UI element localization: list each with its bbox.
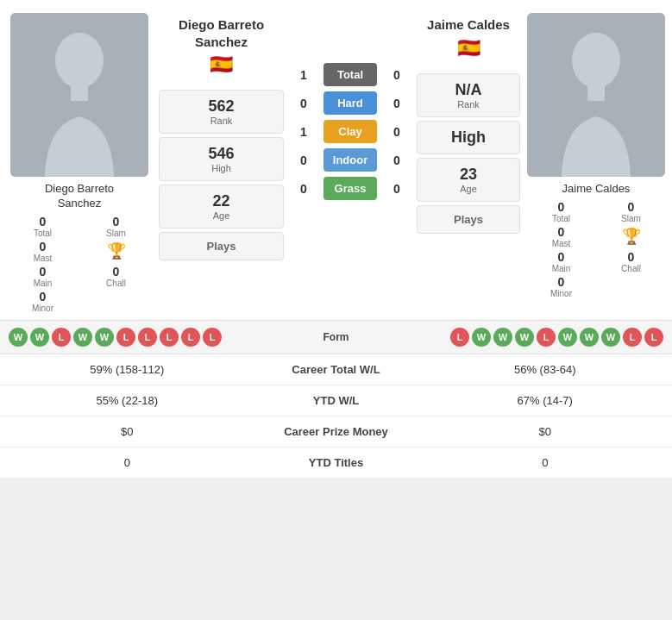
stats-right-2: $0 (431, 425, 660, 438)
right-total-stat: 0 Total (527, 200, 595, 223)
left-chall-stat: 0 Chall (80, 265, 152, 288)
left-header: Diego Barreto Sanchez 🇪🇸 (159, 13, 284, 86)
right-form-badge-6: W (580, 328, 599, 347)
stats-right-3: 0 (431, 456, 660, 469)
right-form-badge-8: L (623, 328, 642, 347)
right-trophy-center: 🏆 (597, 225, 665, 248)
left-form-badges: WWLWWLLLLL (9, 328, 297, 347)
left-player-name: Diego Barreto Sanchez (45, 182, 114, 211)
left-center-column: Diego Barreto Sanchez 🇪🇸 562 Rank 546 Hi… (159, 13, 284, 313)
svg-point-4 (572, 33, 620, 88)
form-section: WWLWWLLLLL Form LWWWLWWWLL (0, 320, 672, 354)
right-header: Jaime Caldes 🇪🇸 (417, 13, 520, 70)
right-main-stat: 0 Main (527, 250, 595, 273)
right-form-badge-3: W (515, 328, 534, 347)
right-form-badges: LWWWLWWWLL (376, 328, 664, 347)
right-player-title: Jaime Caldes (417, 16, 520, 34)
h2h-total-row: 1 Total 0 (291, 63, 410, 86)
right-form-badge-7: W (601, 328, 620, 347)
right-form-badge-5: W (558, 328, 577, 347)
left-form-badge-8: L (181, 328, 200, 347)
left-minor-stat: 0 Minor (7, 290, 79, 313)
right-player-name: Jaime Caldes (562, 182, 631, 197)
h2h-indoor-row: 0 Indoor 0 (291, 148, 410, 172)
left-form-badge-1: W (30, 328, 49, 347)
h2h-grass-row: 0 Grass 0 (291, 177, 410, 200)
stats-table: 59% (158-112)Career Total W/L56% (83-64)… (0, 354, 672, 478)
stats-left-1: 55% (22-18) (13, 394, 242, 407)
left-high-box: 546 High (159, 137, 284, 181)
left-main-stat: 0 Main (7, 265, 79, 288)
stats-right-0: 56% (83-64) (431, 363, 660, 376)
left-slam-stat: 0 Slam (80, 215, 152, 238)
right-minor-stat: 0 Minor (527, 275, 595, 298)
right-player-photo (527, 13, 665, 177)
left-form-badge-3: W (73, 328, 92, 347)
right-form-badge-9: L (644, 328, 663, 347)
top-section: Diego Barreto Sanchez 0 Total 0 Slam 0 M… (0, 0, 672, 320)
stats-row-1: 55% (22-18)YTD W/L67% (14-7) (0, 385, 672, 416)
right-high-box: High (417, 121, 520, 154)
right-player-stats: 0 Total 0 Slam 0 Mast 🏆 0 Main (527, 200, 665, 298)
left-silhouette (10, 13, 148, 177)
right-player-column: Jaime Caldes 0 Total 0 Slam 0 Mast 🏆 (527, 13, 665, 313)
left-form-badge-0: W (9, 328, 28, 347)
right-center-column: Jaime Caldes 🇪🇸 N/A Rank High 23 Age Pla… (417, 13, 520, 313)
left-total-stat: 0 Total (7, 215, 79, 238)
right-silhouette (527, 13, 665, 177)
left-form-badge-4: W (95, 328, 114, 347)
badge-grass: Grass (323, 177, 377, 200)
left-mast-stat: 0 Mast (7, 240, 79, 263)
badge-total: Total (323, 63, 377, 86)
right-trophy-icon: 🏆 (622, 227, 641, 246)
stats-row-3: 0YTD Titles0 (0, 448, 672, 478)
right-slam-stat: 0 Slam (597, 200, 665, 223)
stats-row-0: 59% (158-112)Career Total W/L56% (83-64) (0, 354, 672, 385)
right-form-badge-1: W (472, 328, 491, 347)
left-form-badge-6: L (138, 328, 157, 347)
middle-column: 1 Total 0 0 Hard 0 1 Clay 0 (291, 13, 410, 313)
badge-hard: Hard (323, 91, 377, 115)
stats-left-3: 0 (13, 456, 242, 469)
right-chall-stat: 0 Chall (597, 250, 665, 273)
right-form-badge-0: L (450, 328, 469, 347)
right-age-box: 23 Age (417, 158, 520, 202)
stats-left-0: 59% (158-112) (13, 363, 242, 376)
left-age-box: 22 Age (159, 185, 284, 229)
left-player-title: Diego Barreto Sanchez (159, 16, 284, 50)
left-player-column: Diego Barreto Sanchez 0 Total 0 Slam 0 M… (7, 13, 152, 313)
left-flag: 🇪🇸 (159, 53, 284, 76)
right-form-badge-4: L (537, 328, 556, 347)
left-player-stats: 0 Total 0 Slam 0 Mast 🏆 0 Main (7, 215, 152, 313)
right-mast-stat: 0 Mast (527, 225, 595, 248)
left-form-badge-7: L (160, 328, 179, 347)
left-rank-box: 562 Rank (159, 90, 284, 134)
stats-right-1: 67% (14-7) (431, 394, 660, 407)
stats-center-label-3: YTD Titles (242, 456, 431, 469)
left-plays-box: Plays (159, 232, 284, 260)
trophy-icon: 🏆 (107, 241, 126, 260)
left-form-badge-5: L (116, 328, 135, 347)
form-label: Form (302, 331, 371, 343)
stats-center-label-2: Career Prize Money (242, 425, 431, 438)
left-form-badge-2: L (52, 328, 71, 347)
left-player-photo (10, 13, 148, 177)
right-plays-box: Plays (417, 205, 520, 234)
right-rank-box: N/A Rank (417, 73, 520, 117)
stats-row-2: $0Career Prize Money$0 (0, 416, 672, 448)
h2h-clay-row: 1 Clay 0 (291, 120, 410, 143)
stats-center-label-0: Career Total W/L (242, 363, 431, 376)
right-form-badge-2: W (493, 328, 512, 347)
right-flag: 🇪🇸 (417, 37, 520, 59)
svg-rect-2 (71, 84, 88, 101)
stats-left-2: $0 (13, 425, 242, 438)
main-container: Diego Barreto Sanchez 0 Total 0 Slam 0 M… (0, 0, 672, 478)
badge-indoor: Indoor (323, 148, 377, 172)
h2h-hard-row: 0 Hard 0 (291, 91, 410, 115)
left-form-badge-9: L (203, 328, 222, 347)
badge-clay: Clay (323, 120, 377, 143)
trophy-center: 🏆 (80, 240, 152, 263)
svg-rect-5 (587, 84, 605, 101)
stats-center-label-1: YTD W/L (242, 394, 431, 407)
svg-point-1 (55, 33, 104, 88)
